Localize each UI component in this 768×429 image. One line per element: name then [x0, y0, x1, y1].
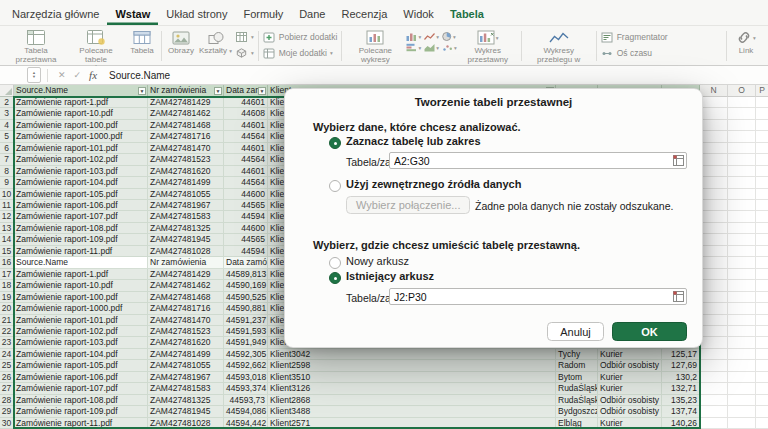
cell[interactable]: ZAM427481620	[148, 166, 224, 177]
range-picker-icon[interactable]	[673, 291, 684, 302]
cell[interactable]: Zamówienie raport-109.pdf	[14, 406, 148, 417]
cell[interactable]: 44592,662	[224, 360, 268, 371]
3d-models-button[interactable]: ▾	[235, 47, 254, 59]
cell[interactable]: ZAM427481470	[148, 143, 224, 154]
cell[interactable]: RudaŚląska	[556, 395, 598, 406]
cell[interactable]: Zamówienie raport-104.pdf	[14, 177, 148, 188]
cell[interactable]: Zamówienie raport-107.pdf	[14, 383, 148, 394]
row-header[interactable]: 18	[0, 280, 14, 291]
cell[interactable]	[756, 131, 768, 142]
cell[interactable]: 44590,881	[224, 303, 268, 314]
cell[interactable]: Zamówienie raport-106.pdf	[14, 200, 148, 211]
get-addins-button[interactable]: Pobierz dodatki	[263, 31, 338, 43]
cell[interactable]: Zamówienie raport-102.pdf	[14, 154, 148, 165]
cell[interactable]	[728, 337, 756, 348]
cell[interactable]	[728, 418, 756, 429]
cell[interactable]	[756, 97, 768, 108]
cell[interactable]: Zamówienie raport-108.pdf	[14, 223, 148, 234]
filter-button[interactable]: ▼	[138, 87, 146, 95]
cell[interactable]: Zamówienie raport-1.pdf	[14, 269, 148, 280]
cell[interactable]: ZAM427481967	[148, 200, 224, 211]
cell[interactable]: Zamówienie raport-106.pdf	[14, 372, 148, 383]
cell[interactable]: ZAM427481945	[148, 406, 224, 417]
table-button[interactable]: Tabela	[127, 28, 157, 57]
cell[interactable]: 44594,442	[224, 418, 268, 429]
tab-view[interactable]: Widok	[395, 3, 442, 25]
cell[interactable]: 137,74	[662, 406, 700, 417]
row-header[interactable]: 9	[0, 177, 14, 188]
cell[interactable]: Klient3042	[268, 349, 556, 360]
cell[interactable]	[700, 211, 728, 222]
cell[interactable]: 44600	[224, 189, 268, 200]
cell[interactable]: Source.Name	[14, 257, 148, 268]
cell[interactable]	[756, 349, 768, 360]
cell[interactable]: Klient2571	[268, 418, 556, 429]
cell[interactable]: Zamówienie raport-104.pdf	[14, 349, 148, 360]
cell[interactable]: Zamówienie raport-101.pdf	[14, 143, 148, 154]
cell[interactable]	[756, 360, 768, 371]
cell[interactable]: 44591,593	[224, 326, 268, 337]
cell[interactable]	[756, 315, 768, 326]
cell[interactable]: ZAM427481499	[148, 177, 224, 188]
cell[interactable]: 125,17	[662, 349, 700, 360]
row-header[interactable]: 13	[0, 223, 14, 234]
cell[interactable]: 44600	[224, 223, 268, 234]
row-header[interactable]: 19	[0, 292, 14, 303]
cell[interactable]: Klient2598	[268, 360, 556, 371]
cell[interactable]: 44592,305	[224, 349, 268, 360]
cell[interactable]	[728, 395, 756, 406]
column-header-letter[interactable]: N	[700, 85, 728, 97]
row-header[interactable]: 15	[0, 246, 14, 257]
row-header[interactable]: 22	[0, 326, 14, 337]
cell[interactable]: 44601	[224, 166, 268, 177]
row-header[interactable]: 3	[0, 108, 14, 119]
ok-button[interactable]: OK	[612, 322, 687, 341]
cell[interactable]	[728, 280, 756, 291]
cell[interactable]: 44601	[224, 120, 268, 131]
cell[interactable]: 44565	[224, 234, 268, 245]
cell[interactable]: 44591,237	[224, 315, 268, 326]
line-chart-button[interactable]: ▾	[424, 32, 439, 41]
cell[interactable]	[700, 315, 728, 326]
cell[interactable]: ZAM427481055	[148, 189, 224, 200]
cell[interactable]	[728, 234, 756, 245]
pivot-table-button[interactable]: Tabela przestawna	[7, 28, 65, 65]
cell[interactable]	[700, 189, 728, 200]
pie-chart-button[interactable]: ▾	[442, 32, 457, 41]
recommended-charts-button[interactable]: Polecane wykresy	[346, 28, 404, 65]
pivot-chart-button[interactable]: ▾ Wykres przestawny	[459, 28, 517, 65]
cell[interactable]: Zamówienie raport-105.pdf	[14, 360, 148, 371]
cell[interactable]: Zamówienie raport-11.pdf	[14, 246, 148, 257]
row-header[interactable]: 26	[0, 372, 14, 383]
row-header[interactable]: 29	[0, 406, 14, 417]
name-box-stepper[interactable]: ▲ ▼	[27, 67, 41, 83]
cell[interactable]: ZAM427481620	[148, 337, 224, 348]
cell[interactable]	[728, 120, 756, 131]
cell[interactable]	[756, 292, 768, 303]
choose-connection-button[interactable]: Wybierz połączenie...	[346, 196, 470, 214]
cell[interactable]	[700, 97, 728, 108]
cell[interactable]: ZAM427481468	[148, 120, 224, 131]
link-button[interactable]: ▾ Link	[731, 28, 761, 57]
cell[interactable]: ZAM427481945	[148, 234, 224, 245]
cell[interactable]: Odbiór osobisty	[598, 406, 662, 417]
cell[interactable]: Zamówienie raport-100.pdf	[14, 292, 148, 303]
cell[interactable]	[756, 234, 768, 245]
area-chart-button[interactable]: ▾	[424, 43, 439, 52]
cell[interactable]	[728, 200, 756, 211]
cell[interactable]: 44589,813	[224, 269, 268, 280]
column-header-a[interactable]: Source.Name▼	[14, 85, 148, 97]
cell[interactable]: 44564	[224, 131, 268, 142]
cell[interactable]: Radom	[556, 360, 598, 371]
cell[interactable]: ZAM427481716	[148, 131, 224, 142]
tab-review[interactable]: Recenzja	[333, 3, 395, 25]
cell[interactable]	[700, 292, 728, 303]
filter-button[interactable]: ▼	[214, 87, 222, 95]
cell[interactable]: ZAM427481462	[148, 280, 224, 291]
cell[interactable]: 44601	[224, 97, 268, 108]
cell[interactable]: Klient2868	[268, 395, 556, 406]
cell[interactable]: Zamówienie raport-10.pdf	[14, 108, 148, 119]
cell[interactable]	[700, 166, 728, 177]
cell[interactable]: ZAM427481028	[148, 418, 224, 429]
radio-new-worksheet[interactable]	[329, 257, 341, 269]
